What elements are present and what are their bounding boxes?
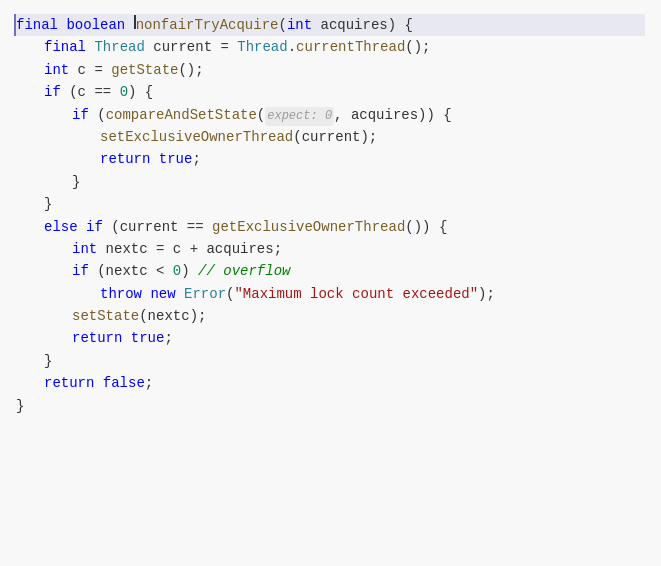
token-plain: ); — [478, 283, 495, 305]
token-plain: } — [16, 395, 24, 417]
code-line: } — [16, 395, 645, 417]
token-plain: } — [72, 171, 80, 193]
token-plain: } — [44, 350, 52, 372]
token-cmt: // overflow — [198, 260, 290, 282]
code-line: } — [16, 350, 645, 372]
code-line: if (compareAndSetState(expect: 0, acquir… — [16, 104, 645, 126]
token-plain: (c == — [61, 81, 120, 103]
token-plain: c = — [69, 59, 111, 81]
token-plain: nextc = c + acquires; — [97, 238, 282, 260]
code-line: if (nextc < 0) // overflow — [16, 260, 645, 282]
token-kw-mod: if — [44, 81, 61, 103]
code-line: throw new Error("Maximum lock count exce… — [16, 283, 645, 305]
code-line: else if (current == getExclusiveOwnerThr… — [16, 216, 645, 238]
code-line: } — [16, 193, 645, 215]
token-plain: . — [288, 36, 296, 58]
token-plain: acquires) { — [312, 14, 413, 36]
token-cls: Thread — [237, 36, 287, 58]
token-kw-type: int — [44, 59, 69, 81]
token-plain: ; — [145, 372, 153, 394]
token-num: 0 — [173, 260, 181, 282]
token-kw-mod: if — [72, 104, 89, 126]
token-plain: } — [44, 193, 52, 215]
token-str: "Maximum lock count exceeded" — [234, 283, 478, 305]
token-kw-mod: new — [150, 283, 184, 305]
code-editor[interactable]: final boolean nonfairTryAcquire(int acqu… — [0, 0, 661, 566]
code-line: setState(nextc); — [16, 305, 645, 327]
token-plain: ; — [192, 148, 200, 170]
token-plain: ) { — [128, 81, 153, 103]
token-plain: current = — [145, 36, 237, 58]
token-kw-mod: throw — [100, 283, 150, 305]
token-plain: ; — [164, 327, 172, 349]
token-kw-mod: return — [72, 327, 131, 349]
code-line: int c = getState(); — [16, 59, 645, 81]
code-block: final boolean nonfairTryAcquire(int acqu… — [0, 10, 661, 421]
code-line: return false; — [16, 372, 645, 394]
token-plain: (); — [178, 59, 203, 81]
token-kw-mod: true — [131, 327, 165, 349]
token-plain: (current == — [103, 216, 212, 238]
code-line: return true; — [16, 327, 645, 349]
token-fn: setState — [72, 305, 139, 327]
token-plain: (current); — [293, 126, 377, 148]
token-fn: getExclusiveOwnerThread — [212, 216, 405, 238]
token-plain: ( — [278, 14, 286, 36]
code-line: final Thread current = Thread.currentThr… — [16, 36, 645, 58]
token-cls: Error — [184, 283, 226, 305]
token-kw-type: boolean — [66, 14, 133, 36]
token-kw-mod: if — [86, 216, 103, 238]
code-line: int nextc = c + acquires; — [16, 238, 645, 260]
token-fn: nonfairTryAcquire — [136, 14, 279, 36]
token-kw-mod: return — [100, 148, 159, 170]
token-plain: (); — [405, 36, 430, 58]
token-plain: , acquires)) { — [334, 104, 452, 126]
token-plain: ()) { — [405, 216, 447, 238]
token-plain: (nextc < — [89, 260, 173, 282]
token-plain: ( — [257, 104, 265, 126]
code-line: final boolean nonfairTryAcquire(int acqu… — [14, 14, 645, 36]
token-fn: compareAndSetState — [106, 104, 257, 126]
code-line: return true; — [16, 148, 645, 170]
token-kw-mod: false — [103, 372, 145, 394]
token-kw-mod: final — [44, 36, 94, 58]
token-kw-mod: true — [159, 148, 193, 170]
token-fn: getState — [111, 59, 178, 81]
token-plain: ( — [226, 283, 234, 305]
code-line: } — [16, 171, 645, 193]
token-hint: expect: 0 — [265, 107, 334, 126]
token-kw-type: int — [287, 14, 312, 36]
token-plain: ( — [89, 104, 106, 126]
token-kw-mod: if — [72, 260, 89, 282]
token-plain: (nextc); — [139, 305, 206, 327]
token-kw-mod: final — [16, 14, 66, 36]
token-fn: setExclusiveOwnerThread — [100, 126, 293, 148]
token-cls: Thread — [94, 36, 144, 58]
token-kw-mod: else — [44, 216, 86, 238]
token-kw-type: int — [72, 238, 97, 260]
token-num: 0 — [120, 81, 128, 103]
code-line: setExclusiveOwnerThread(current); — [16, 126, 645, 148]
token-kw-mod: return — [44, 372, 103, 394]
token-plain: ) — [181, 260, 198, 282]
token-fn: currentThread — [296, 36, 405, 58]
code-line: if (c == 0) { — [16, 81, 645, 103]
